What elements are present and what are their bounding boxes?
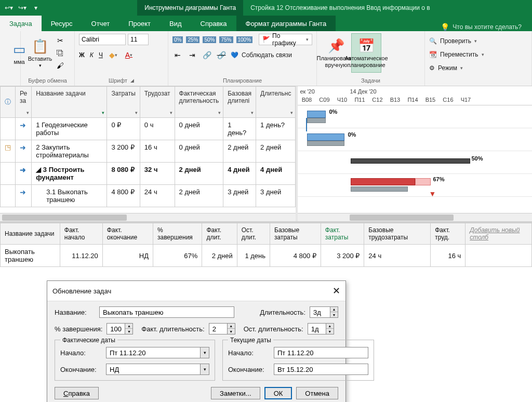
col-track-act-finish[interactable]: Факт. окончание	[102, 223, 153, 245]
tab-project[interactable]: Проект	[119, 16, 160, 31]
col-track-act-cost[interactable]: Факт. затраты	[321, 223, 364, 245]
act-dur-input[interactable]	[209, 323, 228, 334]
rem-dur-input[interactable]	[308, 323, 326, 334]
gantt-row[interactable]: 50%	[298, 151, 532, 174]
pct50-button[interactable]: 50%	[203, 36, 216, 43]
col-track-act-work[interactable]: Факт. труд.	[431, 223, 466, 245]
col-info[interactable]: ⓘ	[1, 87, 16, 118]
col-track-act-start[interactable]: Факт. начало	[60, 223, 102, 245]
col-track-base-cost[interactable]: Базовые затраты	[270, 223, 321, 245]
col-actual-duration[interactable]: Фактическая длительность▾	[175, 87, 223, 118]
col-work[interactable]: Трудозат▾	[140, 87, 175, 118]
task-row-selected[interactable]: ➜ 3.1 Выкопать траншею 4 800 ₽24 ч2 дней…	[1, 185, 296, 207]
notes-button[interactable]: Заметки...	[211, 387, 260, 399]
cancel-button[interactable]: Отмена	[296, 387, 338, 399]
title-bar: ↩▾ ↪▾ ▾ Инструменты диаграммы Ганта Стро…	[0, 0, 532, 16]
act-start-dropdown[interactable]: ▾	[200, 347, 209, 358]
col-add-new[interactable]: Добавить новый столб	[466, 223, 532, 245]
gantt-row[interactable]: 67% ▼	[298, 174, 532, 197]
task-row[interactable]: ◳➜ 2 Закупить стройматериалы 3 200 ₽16 ч…	[1, 140, 296, 163]
col-track-base-work[interactable]: Базовые трудозатраты	[364, 223, 431, 245]
col-track-rem-dur[interactable]: Ост. длит.	[237, 223, 270, 245]
duration-label: Длительность:	[260, 309, 305, 316]
group-tasks-label: Задачи	[321, 76, 420, 85]
cut-button[interactable]: ✂	[55, 35, 65, 46]
grid-hscrollbar[interactable]	[0, 213, 296, 221]
act-finish-input[interactable]	[106, 364, 200, 375]
inspect-button[interactable]: 🔍 Проверить	[429, 35, 527, 47]
mark-on-track-button[interactable]: 🚩 По графику	[259, 34, 312, 45]
font-color-button[interactable]: А	[124, 50, 134, 60]
auto-mode-icon: ➜	[20, 166, 26, 174]
tracking-table[interactable]: Название задачи Факт. начало Факт. оконч…	[0, 223, 532, 267]
tell-me-search[interactable]: 💡Что вы хотите сделать?	[441, 23, 532, 31]
font-size-combo[interactable]	[128, 34, 149, 45]
act-finish-dropdown[interactable]: ▾	[200, 364, 209, 375]
gantt-row[interactable]: 0%	[298, 128, 532, 151]
task-row[interactable]: ➜ 1 Геодезические работы 0 ₽0 ч0 дней1 д…	[1, 118, 296, 140]
task-table[interactable]: ⓘ Ре за▾ Название задачи▾ Затраты▾ Трудо…	[0, 86, 296, 207]
main-split: ⓘ Ре за▾ Название задачи▾ Затраты▾ Трудо…	[0, 86, 532, 221]
rem-dur-spinner[interactable]: ▲▼	[326, 323, 334, 334]
document-title: Стройка 12 Отслеживание выполнения Ввод …	[244, 0, 436, 16]
dialog-close-button[interactable]: ✕	[332, 285, 340, 297]
pct100-button[interactable]: 100%	[236, 36, 253, 43]
fill-color-button[interactable]: ◆	[108, 50, 118, 60]
indent-button[interactable]: ⇥	[187, 50, 197, 60]
col-baseline-duration[interactable]: Базовая длителі▾	[223, 87, 256, 118]
col-cost[interactable]: Затраты▾	[107, 87, 140, 118]
link-tasks-button[interactable]: 🔗	[202, 50, 212, 60]
name-input[interactable]	[99, 306, 234, 318]
col-track-name[interactable]: Название задачи	[1, 223, 60, 245]
pct25-button[interactable]: 25%	[186, 36, 200, 43]
auto-schedule-button[interactable]: 📅Автоматическое планирование	[351, 33, 381, 73]
col-mode[interactable]: Ре за▾	[16, 87, 32, 118]
rem-dur-label: Ост. длительность:	[244, 325, 303, 333]
pct75-button[interactable]: 75%	[219, 36, 233, 43]
bold-button[interactable]: Ж	[79, 51, 85, 59]
mode-button[interactable]: ⚙ Режим	[429, 62, 527, 74]
tab-task[interactable]: Задача	[0, 16, 42, 31]
duration-input[interactable]	[310, 306, 330, 318]
tab-resource[interactable]: Ресурс	[42, 16, 82, 31]
move-button[interactable]: 📆 Переместить	[429, 49, 527, 60]
tab-report[interactable]: Отчет	[82, 16, 119, 31]
clipboard-icon: 📋	[32, 38, 48, 55]
respect-links-button[interactable]: 💙 Соблюдать связи	[231, 49, 292, 61]
col-track-act-dur[interactable]: Факт. длит.	[202, 223, 237, 245]
tab-view[interactable]: Вид	[160, 16, 191, 31]
font-name-combo[interactable]	[79, 34, 126, 45]
underline-button[interactable]: Ч	[99, 51, 103, 59]
redo-button[interactable]: ↪▾	[17, 2, 28, 14]
ok-button[interactable]: ОК	[264, 387, 292, 399]
duration-spinner[interactable]: ▲▼	[330, 306, 338, 318]
copy-button[interactable]: ⿻	[55, 48, 65, 58]
unlink-tasks-button[interactable]: 🔗	[216, 50, 227, 60]
act-start-input[interactable]	[106, 347, 200, 358]
tracking-row[interactable]: Выкопать траншею 11.12.20 НД 67% 2 дней …	[1, 245, 532, 267]
ribbon-tabs: Задача Ресурс Отчет Проект Вид Справка Ф…	[0, 16, 532, 31]
tab-help[interactable]: Справка	[191, 16, 236, 31]
task-row-summary[interactable]: ➜ ◢ 3 Построить фундамент 8 080 ₽32 ч2 д…	[1, 163, 296, 185]
dialog-title: Обновление задач	[52, 287, 111, 295]
col-name[interactable]: Название задачи▾	[32, 87, 107, 118]
act-start-label: Начало:	[60, 349, 102, 357]
auto-mode-icon: ➜	[20, 188, 26, 196]
act-dur-spinner[interactable]: ▲▼	[228, 323, 235, 334]
pct-complete-input[interactable]	[107, 323, 125, 334]
format-painter-button[interactable]: 🖌	[55, 60, 65, 71]
outdent-button[interactable]: ⇤	[172, 50, 183, 60]
font-dialog-launcher[interactable]: ◢	[130, 78, 134, 83]
col-duration[interactable]: Длительнс▾	[256, 87, 296, 118]
gantt-hscrollbar[interactable]	[298, 213, 532, 221]
italic-button[interactable]: К	[90, 51, 94, 59]
undo-button[interactable]: ↩▾	[3, 2, 15, 14]
qat-customize[interactable]: ▾	[30, 2, 42, 14]
pct0-button[interactable]: 0%	[172, 36, 183, 43]
tab-gantt-format[interactable]: Формат диаграммы Ганта	[236, 16, 336, 31]
pct-spinner[interactable]: ▲▼	[125, 323, 133, 334]
paste-button[interactable]: 📋Вставить▾	[25, 33, 55, 73]
gantt-row[interactable]: 0%	[298, 105, 532, 128]
col-track-pct[interactable]: % завершения	[153, 223, 202, 245]
help-button[interactable]: ССправкаправка	[55, 387, 99, 399]
